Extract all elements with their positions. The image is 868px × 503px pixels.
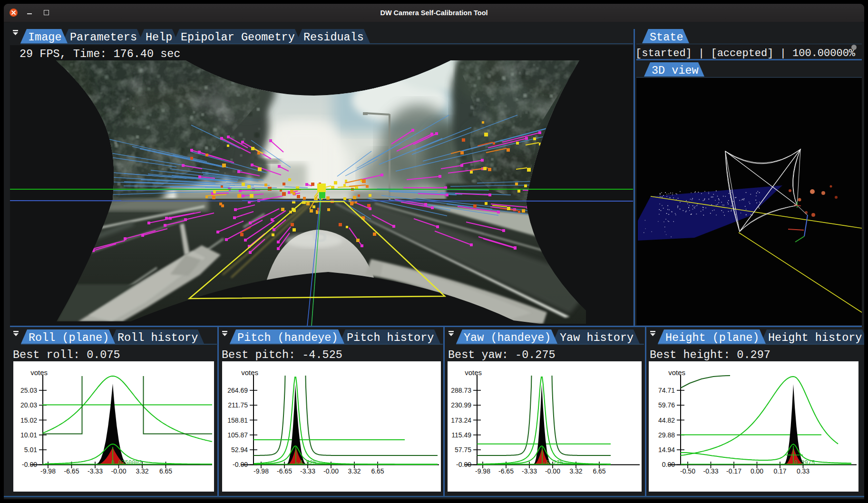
svg-text:-4.525: -4.525	[296, 460, 316, 466]
svg-text:158.81: 158.81	[227, 416, 248, 424]
svg-text:0.2975: 0.2975	[794, 460, 815, 466]
svg-text:votes: votes	[30, 368, 48, 377]
svg-text:-9.98: -9.98	[254, 467, 269, 475]
svg-text:-0.00: -0.00	[233, 461, 248, 468]
svg-text:-6.65: -6.65	[498, 467, 514, 475]
svg-text:-0.00: -0.00	[323, 467, 339, 475]
svg-text:230.99: 230.99	[451, 401, 471, 409]
svg-text:52.94: 52.94	[231, 446, 248, 454]
svg-text:votes: votes	[668, 368, 685, 377]
svg-text:6.65: 6.65	[593, 467, 605, 475]
svg-text:0.00: 0.00	[751, 467, 763, 475]
svg-text:3.32: 3.32	[348, 467, 361, 475]
svg-text:25.03: 25.03	[20, 387, 37, 394]
svg-text:-0.17: -0.17	[726, 467, 741, 475]
svg-text:3.32: 3.32	[136, 467, 148, 475]
svg-text:10.01: 10.01	[20, 431, 37, 439]
svg-text:264.69: 264.69	[227, 387, 248, 394]
svg-text:-6.65: -6.65	[64, 467, 79, 475]
svg-text:20.03: 20.03	[20, 401, 37, 409]
svg-text:5.01: 5.01	[24, 446, 37, 454]
svg-text:-0.00: -0.00	[111, 467, 127, 475]
svg-text:105.87: 105.87	[227, 431, 248, 439]
svg-text:-0.00: -0.00	[456, 461, 471, 468]
svg-text:-9.98: -9.98	[40, 467, 56, 475]
svg-text:288.73: 288.73	[451, 387, 471, 394]
svg-text:votes: votes	[241, 368, 258, 377]
svg-text:-3.33: -3.33	[88, 467, 103, 475]
svg-text:-3.33: -3.33	[522, 467, 537, 475]
svg-text:0.0750002: 0.0750002	[111, 460, 142, 466]
svg-text:44.82: 44.82	[658, 416, 675, 424]
svg-text:-0.00: -0.00	[22, 461, 37, 468]
svg-text:29.88: 29.88	[658, 431, 675, 439]
svg-text:14.94: 14.94	[658, 446, 675, 454]
svg-text:0.17: 0.17	[773, 467, 786, 475]
svg-text:0.00: 0.00	[662, 461, 675, 468]
svg-text:211.75: 211.75	[228, 401, 248, 409]
svg-text:3.32: 3.32	[569, 467, 582, 475]
svg-text:15.02: 15.02	[20, 416, 37, 424]
svg-text:74.71: 74.71	[658, 387, 675, 394]
svg-text:6.65: 6.65	[159, 467, 172, 475]
svg-text:-6.65: -6.65	[277, 467, 292, 475]
svg-text:115.49: 115.49	[451, 431, 471, 439]
svg-text:57.75: 57.75	[455, 446, 471, 454]
svg-text:59.76: 59.76	[658, 401, 675, 409]
svg-text:-0.33: -0.33	[703, 467, 719, 475]
svg-text:-9.98: -9.98	[475, 467, 490, 475]
svg-text:-3.33: -3.33	[300, 467, 315, 475]
svg-text:-0.275: -0.275	[543, 460, 563, 466]
svg-text:173.24: 173.24	[451, 416, 471, 424]
svg-text:6.65: 6.65	[371, 467, 384, 475]
svg-text:-0.00: -0.00	[545, 467, 560, 475]
svg-text:0.33: 0.33	[797, 467, 809, 475]
svg-text:-0.50: -0.50	[680, 467, 695, 475]
svg-text:votes: votes	[465, 368, 482, 377]
